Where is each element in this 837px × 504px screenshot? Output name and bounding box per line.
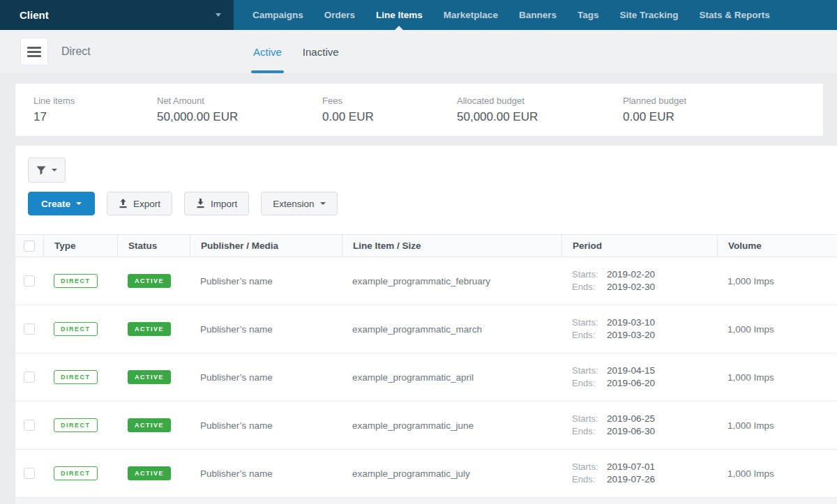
cell-volume: 1,000 Imps (717, 324, 837, 335)
cell-type: DIRECT (43, 418, 117, 432)
row-checkbox[interactable] (24, 275, 35, 287)
action-buttons: Create Export Import Extension (28, 192, 837, 215)
nav-item[interactable]: Site Tracking (609, 0, 688, 30)
cell-status: ACTIVE (117, 322, 190, 336)
metric-value: 50,000.00 EUR (457, 110, 623, 124)
period-ends-label: Ends: (572, 329, 607, 342)
status-badge: ACTIVE (128, 418, 171, 432)
nav-item[interactable]: Line Items (365, 0, 433, 30)
cell-volume: 1,000 Imps (717, 276, 837, 287)
export-button[interactable]: Export (107, 192, 172, 215)
nav-item-label: Campaigns (252, 10, 303, 20)
chevron-down-icon (76, 202, 82, 205)
chevron-down-icon (52, 169, 57, 171)
cell-select (15, 323, 43, 335)
nav-item[interactable]: Tags (567, 0, 610, 30)
nav-item[interactable]: Stats & Reports (688, 0, 780, 30)
row-checkbox[interactable] (24, 372, 35, 383)
row-checkbox[interactable] (24, 468, 35, 479)
sub-header: Direct Active Inactive (0, 30, 837, 73)
nav-item-label: Orders (324, 10, 355, 20)
nav-item[interactable]: Marketplace (433, 0, 508, 30)
table-header: Type Status Publisher / Media Line Item … (15, 234, 837, 257)
menu-button[interactable] (21, 38, 47, 65)
metric-label: Fees (322, 96, 457, 106)
period-starts-label: Starts: (572, 268, 607, 281)
status-tabs: Active Inactive (253, 30, 339, 73)
nav-item[interactable]: Banners (508, 0, 567, 30)
metric-value: 0.00 EUR (623, 110, 686, 124)
summary-metric: Allocated budget 50,000.00 EUR (457, 96, 623, 124)
period-ends-date: 2019-07-26 (607, 473, 655, 486)
cell-line-item: example_programmatic_february (342, 276, 561, 287)
cell-publisher: Publisher’s name (190, 420, 342, 431)
cell-line-item: example_programmatic_march (342, 324, 561, 335)
toolbar: Create Export Import Extension (15, 146, 837, 215)
cell-publisher: Publisher’s name (190, 276, 342, 287)
metric-label: Planned budget (623, 96, 686, 106)
row-checkbox[interactable] (24, 420, 35, 431)
nav-item[interactable]: Campaigns (242, 0, 314, 30)
import-button[interactable]: Import (184, 192, 249, 215)
period-ends-date: 2019-03-20 (607, 329, 655, 342)
cell-select (15, 275, 43, 287)
export-button-label: Export (133, 199, 160, 209)
cell-status: ACTIVE (117, 370, 190, 384)
metric-value: 17 (33, 110, 157, 124)
period-starts-date: 2019-06-25 (607, 413, 655, 425)
client-menu[interactable]: Client (0, 0, 234, 30)
status-badge: ACTIVE (128, 322, 171, 336)
header-cell-publisher: Publisher / Media (190, 235, 342, 257)
metric-label: Line items (33, 96, 157, 106)
nav-item[interactable]: Orders (314, 0, 365, 30)
period-ends-date: 2019-02-30 (607, 281, 655, 293)
status-badge: ACTIVE (128, 370, 171, 384)
header-cell-line-item: Line Item / Size (342, 235, 561, 257)
summary-bar: Line items 17 Net Amount 50,000.00 EUR F… (15, 84, 823, 136)
header-cell-status: Status (117, 235, 190, 257)
cell-line-item: example_programmatic_june (342, 420, 561, 431)
summary-metric: Planned budget 0.00 EUR (623, 96, 686, 124)
filter-icon (36, 166, 46, 175)
cell-volume: 1,000 Imps (717, 372, 837, 383)
table-row[interactable]: DIRECT ACTIVE Publisher’s name example_p… (15, 305, 837, 353)
table-row[interactable]: DIRECT ACTIVE Publisher’s name example_p… (15, 257, 837, 305)
cell-type: DIRECT (43, 370, 117, 384)
cell-volume: 1,000 Imps (717, 468, 837, 479)
cell-publisher: Publisher’s name (190, 372, 342, 383)
row-checkbox[interactable] (24, 323, 35, 335)
cell-period: Starts: 2019-06-25 Ends: 2019-06-30 (561, 413, 717, 438)
tab[interactable]: Active (253, 30, 282, 73)
export-icon (119, 199, 128, 208)
table-row[interactable]: DIRECT ACTIVE Publisher’s name example_p… (15, 402, 837, 450)
tab-label: Active (253, 46, 282, 58)
type-badge: DIRECT (54, 370, 98, 384)
cell-period: Starts: 2019-02-20 Ends: 2019-02-30 (561, 268, 717, 293)
tab-label: Inactive (303, 46, 339, 58)
next-row-partial (15, 498, 837, 504)
create-button[interactable]: Create (28, 192, 95, 215)
period-starts-label: Starts: (572, 413, 607, 425)
cell-period: Starts: 2019-07-01 Ends: 2019-07-26 (561, 461, 717, 486)
nav-item-label: Stats & Reports (699, 10, 769, 20)
line-items-table: Type Status Publisher / Media Line Item … (15, 234, 837, 504)
cell-publisher: Publisher’s name (190, 324, 342, 335)
select-all-checkbox[interactable] (24, 240, 35, 252)
period-starts-label: Starts: (572, 461, 607, 473)
import-button-label: Import (211, 199, 237, 209)
extension-button-label: Extension (273, 199, 314, 209)
period-starts-date: 2019-04-15 (607, 365, 655, 377)
period-starts-date: 2019-02-20 (607, 268, 655, 281)
metric-label: Net Amount (157, 96, 322, 106)
filter-button[interactable] (28, 158, 66, 183)
metric-value: 50,000.00 EUR (157, 110, 322, 124)
tab[interactable]: Inactive (303, 30, 339, 73)
cell-type: DIRECT (43, 466, 117, 480)
summary-metric: Line items 17 (33, 96, 157, 124)
table-row[interactable]: DIRECT ACTIVE Publisher’s name example_p… (15, 353, 837, 402)
table-row[interactable]: DIRECT ACTIVE Publisher’s name example_p… (15, 450, 837, 498)
client-label: Client (20, 9, 49, 21)
extension-button[interactable]: Extension (261, 192, 337, 215)
metric-label: Allocated budget (457, 96, 623, 106)
main-nav: Campaigns Orders Line Items Marketplace … (234, 0, 781, 30)
